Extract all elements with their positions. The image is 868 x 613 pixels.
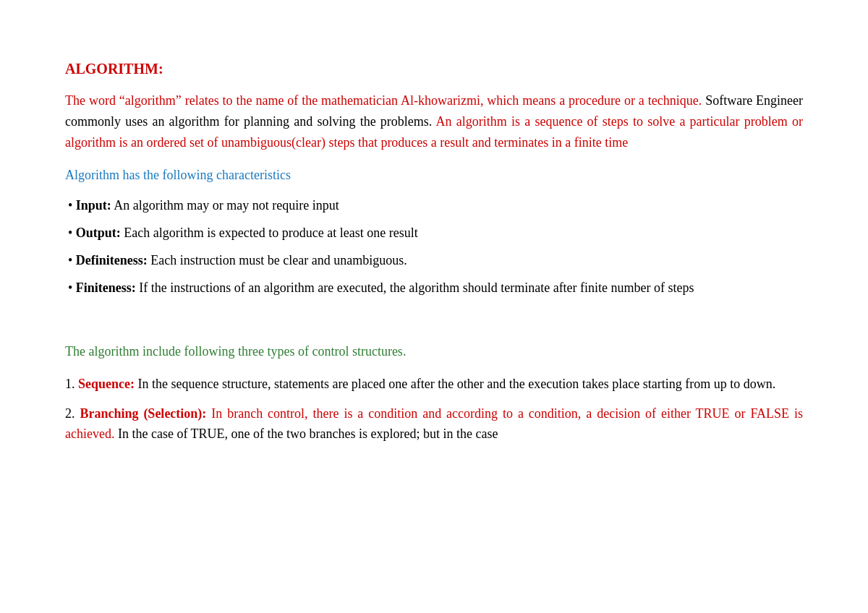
- bullet-list: • Input: An algorithm may or may not req…: [65, 196, 803, 299]
- bullet-item-finiteness: • Finiteness: If the instructions of an …: [65, 278, 803, 299]
- bullet-item-input: • Input: An algorithm may or may not req…: [65, 196, 803, 216]
- branching-label: Branching (Selection):: [80, 406, 206, 421]
- bullet-item-definiteness: • Definiteness: Each instruction must be…: [65, 251, 803, 271]
- sequence-label: Sequence:: [78, 377, 135, 391]
- sequence-text: In the sequence structure, statements ar…: [135, 377, 775, 391]
- finiteness-text: If the instructions of an algorithm are …: [136, 280, 694, 295]
- bullet-dot: •: [68, 226, 76, 240]
- output-text: Each algorithm is expected to produce at…: [121, 226, 418, 240]
- sequence-number: 1.: [65, 377, 78, 391]
- output-label: Output:: [76, 226, 121, 240]
- definiteness-label: Definiteness:: [76, 253, 148, 267]
- intro-paragraph: The word “algorithm” relates to the name…: [65, 90, 803, 153]
- numbered-item-sequence: 1. Sequence: In the sequence structure, …: [65, 374, 803, 395]
- definiteness-text: Each instruction must be clear and unamb…: [148, 253, 407, 267]
- input-label: Input:: [76, 198, 111, 213]
- bullet-dot: •: [68, 198, 76, 213]
- control-structures-section: The algorithm include following three ty…: [65, 342, 803, 445]
- section-title: ALGORITHM:: [65, 58, 803, 80]
- branching-black-text: In the case of TRUE, one of the two bran…: [114, 426, 498, 441]
- bullet-dot: •: [68, 280, 76, 295]
- intro-red-part1: The word “algorithm” relates to the name…: [65, 93, 702, 108]
- finiteness-label: Finiteness:: [76, 280, 136, 295]
- branching-number: 2.: [65, 406, 80, 421]
- bullet-dot: •: [68, 253, 76, 267]
- numbered-item-branching: 2. Branching (Selection): In branch cont…: [65, 403, 803, 445]
- bullet-item-output: • Output: Each algorithm is expected to …: [65, 223, 803, 244]
- page-content: ALGORITHM: The word “algorithm” relates …: [65, 58, 803, 445]
- control-structures-heading: The algorithm include following three ty…: [65, 342, 803, 362]
- characteristics-heading: Algorithm has the following characterist…: [65, 166, 803, 186]
- input-text: An algorithm may or may not require inpu…: [111, 198, 339, 213]
